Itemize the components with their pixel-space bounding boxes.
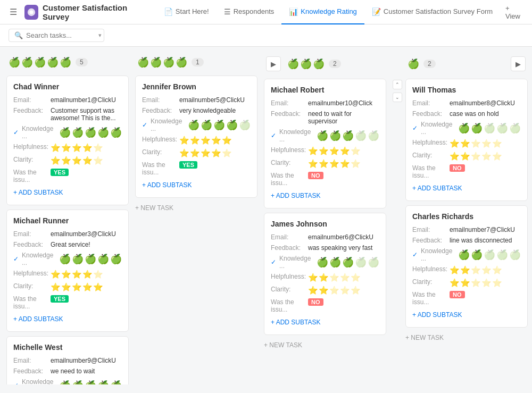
tab-knowledge-rating[interactable]: 📊 Knowledge Rating xyxy=(281,0,364,24)
knowledge-apples: 🍏🍏🍏🍏🍏 xyxy=(458,122,521,134)
add-subtask-btn[interactable]: + ADD SUBTASK xyxy=(412,182,521,194)
add-subtask-btn[interactable]: + ADD SUBTASK xyxy=(412,309,521,321)
card-knowledge-row: ✓ Knowledge ... 🍏🍏🍏🍏🍏 xyxy=(271,128,379,143)
search-chevron-icon[interactable]: ▾ xyxy=(98,32,102,39)
card-feedback: very knowledgeable xyxy=(179,107,251,114)
collapse-down-btn[interactable]: ⌄ xyxy=(393,93,402,102)
card-email-row: Email: emailnumber6@ClickU xyxy=(271,233,379,241)
apple-1: 🍏 xyxy=(9,56,20,68)
board: 🍏 🍏 🍏 🍏 🍏 5 Chad Winner Email: emailnumb… xyxy=(0,47,532,391)
card-name: Michael Runner xyxy=(13,216,122,225)
card-feedback-row: Feedback: we need to wait xyxy=(13,367,122,375)
clarity-stars: ⭐⭐⭐⭐⭐ xyxy=(308,286,361,295)
respondents-icon: ☰ xyxy=(224,7,231,16)
new-task-btn[interactable]: + NEW TASK xyxy=(405,332,528,344)
column-cards-4: Jennifer Brown Email: emailnumber5@Click… xyxy=(135,76,257,214)
issue-badge: NO xyxy=(450,291,465,298)
card-email: emailnumber1@ClickU xyxy=(51,96,122,104)
card-helpfulness-row: Helpfulness: ⭐⭐⭐⭐⭐ xyxy=(142,136,251,145)
card-name: Jennifer Brown xyxy=(142,82,251,91)
search-box[interactable]: 🔍 ▾ xyxy=(9,29,104,42)
card-knowledge-row: ✓ Knowledge ... 🍏🍏🍏🍏🍏 xyxy=(13,125,122,140)
helpfulness-stars: ⭐⭐⭐⭐⭐ xyxy=(308,273,361,282)
apple-2: 🍏 xyxy=(21,56,33,68)
tab-start-here[interactable]: 📄 Start Here! xyxy=(156,0,217,24)
card-email-row: Email: emailnumber9@ClickU xyxy=(13,357,122,364)
column-3-apples: ▶ 🍏 🍏 🍏 2 Michael Robert Email: emailnum… xyxy=(264,53,386,384)
card-issue-row: Was the issu... NO xyxy=(412,291,521,306)
knowledge-apples: 🍏🍏🍏🍏🍏 xyxy=(59,127,122,138)
card-name: Michael Robert xyxy=(271,86,379,94)
column-header-1: 🍏 2 ▶ xyxy=(405,53,528,74)
card-name: James Johnson xyxy=(271,220,379,228)
add-view-tab[interactable]: + View xyxy=(500,0,526,24)
column-1-apple: 🍏 2 ▶ Will Thomas Email: emailnumber8@Cl… xyxy=(405,53,528,384)
tab-survey-form[interactable]: 📝 Customer Satisfaction Survey Form xyxy=(364,0,500,24)
check-icon: ✓ xyxy=(271,132,277,139)
header-tabs: 📄 Start Here! ☰ Respondents 📊 Knowledge … xyxy=(156,0,526,24)
card-name: Chad Winner xyxy=(13,82,122,91)
start-here-icon: 📄 xyxy=(164,7,173,16)
add-subtask-btn[interactable]: + ADD SUBTASK xyxy=(142,179,251,191)
card-email-row: Email: emailnumber5@ClickU xyxy=(142,96,251,104)
card-issue-row: Was the issu... YES xyxy=(142,161,251,176)
card-email: emailnumber6@ClickU xyxy=(308,233,379,241)
card-email-row: Email: emailnumber10@Click xyxy=(271,99,379,107)
helpfulness-stars: ⭐⭐⭐⭐⭐ xyxy=(450,139,502,148)
column-count-5: 5 xyxy=(76,58,88,66)
col-nav-left[interactable]: ▶ xyxy=(266,56,281,71)
apple-5: 🍏 xyxy=(60,56,71,68)
collapse-up-btn[interactable]: ⌃ xyxy=(393,80,402,89)
card-issue-row: Was the issu... NO xyxy=(271,172,379,187)
col-nav-right[interactable]: ▶ xyxy=(511,56,526,71)
add-subtask-btn[interactable]: + ADD SUBTASK xyxy=(13,187,122,198)
check-icon: ✓ xyxy=(412,124,419,132)
card-feedback-row: Feedback: case was on hold xyxy=(412,110,521,118)
card-clarity-row: Clarity: ⭐⭐⭐⭐⭐ xyxy=(412,278,521,288)
card-email: emailnumber3@ClickU xyxy=(51,230,122,238)
menu-icon[interactable]: ☰ xyxy=(6,5,20,20)
clarity-stars: ⭐⭐⭐⭐⭐ xyxy=(179,148,232,158)
card-issue-row: Was the issu... NO xyxy=(412,164,521,179)
apple-rating-3: 🍏 🍏 🍏 xyxy=(287,58,325,70)
page-title: Customer Satisfaction Survey xyxy=(43,3,148,21)
issue-badge: NO xyxy=(308,172,323,179)
card-name: Will Thomas xyxy=(412,86,521,94)
card-clarity-row: Clarity: ⭐⭐⭐⭐⭐ xyxy=(142,148,251,158)
card-charles-richards: Charles Richards Email: emailnumber7@Cli… xyxy=(405,205,528,328)
card-feedback: was speaking very fast xyxy=(308,244,379,252)
add-subtask-btn[interactable]: + ADD SUBTASK xyxy=(271,316,379,328)
column-5-apples: 🍏 🍏 🍏 🍏 🍏 5 Chad Winner Email: emailnumb… xyxy=(6,53,129,384)
helpfulness-stars: ⭐⭐⭐⭐⭐ xyxy=(308,146,361,156)
card-james-johnson: James Johnson Email: emailnumber6@ClickU… xyxy=(264,213,386,335)
add-subtask-btn[interactable]: + ADD SUBTASK xyxy=(13,313,122,325)
card-michael-runner: Michael Runner Email: emailnumber3@Click… xyxy=(6,210,129,332)
check-icon: ✓ xyxy=(412,251,419,258)
card-chad-winner: Chad Winner Email: emailnumber1@ClickU F… xyxy=(6,76,129,205)
apple-4: 🍏 xyxy=(47,56,59,68)
card-will-thomas: Will Thomas Email: emailnumber8@ClickU F… xyxy=(405,79,528,201)
card-helpfulness-row: Helpfulness: ⭐⭐⭐⭐⭐ xyxy=(412,139,521,148)
card-name: Michelle West xyxy=(13,343,122,352)
knowledge-apples: 🍏🍏🍏🍏🍏 xyxy=(188,119,251,131)
add-subtask-btn[interactable]: + ADD SUBTASK xyxy=(271,190,379,202)
column-header-4: 🍏 🍏 🍏 🍏 1 xyxy=(135,53,257,71)
tab-respondents[interactable]: ☰ Respondents xyxy=(217,0,282,24)
card-feedback-row: Feedback: Customer support was awesome! … xyxy=(13,107,122,122)
column-header-5: 🍏 🍏 🍏 🍏 🍏 5 xyxy=(6,53,129,71)
apple-rating-1: 🍏 xyxy=(408,58,419,70)
clarity-stars: ⭐⭐⭐⭐⭐ xyxy=(450,278,502,288)
knowledge-apples: 🍏🍏🍏🍏🍏 xyxy=(59,253,122,265)
card-knowledge-row: ✓ Knowledge ... 🍏🍏🍏🍏🍏 xyxy=(271,255,379,270)
card-feedback-row: Feedback: need to wait for supervisor xyxy=(271,110,379,125)
card-email: emailnumber5@ClickU xyxy=(179,96,251,104)
card-feedback-row: Feedback: Great service! xyxy=(13,241,122,248)
new-task-btn[interactable]: + NEW TASK xyxy=(135,202,257,214)
search-input[interactable] xyxy=(26,31,95,39)
card-issue-row: Was the issu... YES xyxy=(13,295,122,310)
card-helpfulness-row: Helpfulness: ⭐⭐⭐⭐⭐ xyxy=(271,146,379,156)
new-task-btn[interactable]: + NEW TASK xyxy=(264,339,386,351)
apple-rating-5: 🍏 🍏 🍏 🍏 🍏 xyxy=(9,56,71,68)
card-clarity-row: Clarity: ⭐⭐⭐⭐⭐ xyxy=(271,286,379,295)
check-icon: ✓ xyxy=(13,129,20,136)
